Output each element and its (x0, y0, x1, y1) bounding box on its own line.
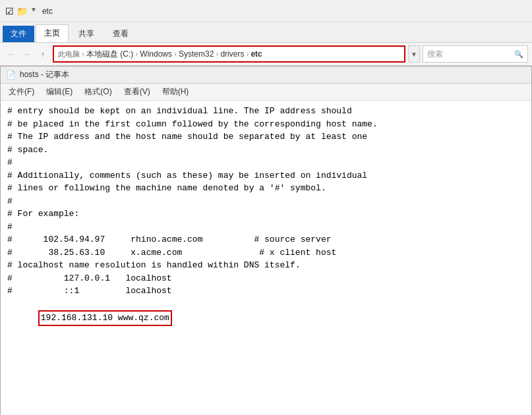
tab-home[interactable]: 主页 (36, 24, 69, 42)
path-segment-5: etc (251, 49, 262, 59)
line-7: # lines or following the machine name de… (7, 182, 525, 195)
line-9: # For example: (7, 208, 525, 221)
path-segment-4: drivers (220, 49, 244, 59)
highlighted-line-text: 192.168.131.10 www.qz.com (38, 310, 172, 326)
notepad-title-bar: 📄 hosts - 记事本 (1, 67, 531, 84)
separator-4: › (216, 49, 218, 59)
line-2: # be placed in the first column followed… (7, 118, 525, 131)
address-chevron[interactable]: ▼ (408, 45, 420, 63)
tab-share[interactable]: 共享 (70, 25, 103, 42)
menu-help[interactable]: 帮助(H) (157, 85, 194, 99)
line-1: # entry should be kept on an individual … (7, 105, 525, 118)
path-segment-1: 本地磁盘 (C:) (86, 49, 133, 60)
line-12: # 38.25.63.10 x.acme.com # x client host (7, 246, 525, 260)
path-segment-3: System32 (179, 49, 214, 59)
notepad-window: 📄 hosts - 记事本 文件(F) 编辑(E) 格式(O) 查看(V) 帮助… (0, 66, 532, 415)
line-10: # (7, 221, 525, 234)
title-bar: ☑ 📁 ▼ etc (0, 0, 532, 22)
menu-edit[interactable]: 编辑(E) (41, 85, 78, 99)
line-15: # 127.0.0.1 localhost (7, 272, 525, 285)
menu-format[interactable]: 格式(O) (79, 85, 117, 99)
folder-icon: 📁 (16, 6, 28, 16)
path-segment-0: 此电脑 (58, 49, 80, 59)
nav-buttons: ← → ↑ (4, 47, 50, 61)
menu-view[interactable]: 查看(V) (119, 85, 156, 99)
search-placeholder: 搜索 (427, 49, 443, 60)
address-bar-container: ← → ↑ 此电脑 › 本地磁盘 (C:) › Windows › System… (0, 43, 532, 66)
line-5: # (7, 156, 525, 169)
address-box[interactable]: 此电脑 › 本地磁盘 (C:) › Windows › System32 › d… (53, 45, 405, 63)
checkbox-icon: ☑ (5, 6, 14, 16)
separator-3: › (174, 49, 177, 59)
search-icon: 🔍 (514, 50, 523, 59)
title-bar-icons: ☑ 📁 ▼ (5, 6, 37, 16)
line-16: # ::1 localhost (7, 285, 525, 298)
line-8: # (7, 195, 525, 208)
dropdown-icon: ▼ (30, 6, 37, 16)
ribbon: 文件 主页 共享 查看 (0, 22, 532, 43)
separator-2: › (135, 49, 138, 59)
search-box[interactable]: 搜索 🔍 (423, 45, 528, 63)
line-3: # The IP address and the host name shoul… (7, 130, 525, 144)
highlighted-line: 192.168.131.10 www.qz.com (7, 298, 525, 339)
menu-file[interactable]: 文件(F) (3, 85, 40, 99)
back-button[interactable]: ← (4, 47, 18, 61)
ribbon-tabs: 文件 主页 共享 查看 (0, 22, 532, 42)
line-11: # 102.54.94.97 rhino.acme.com # source s… (7, 233, 525, 246)
tab-file[interactable]: 文件 (3, 26, 34, 42)
path-segment-2: Windows (140, 49, 172, 59)
forward-button[interactable]: → (20, 47, 34, 61)
notepad-icon: 📄 (6, 70, 16, 80)
tab-view[interactable]: 查看 (104, 25, 137, 42)
separator-5: › (246, 49, 249, 59)
window-title: etc (42, 7, 53, 16)
separator-1: › (82, 49, 84, 59)
line-4: # space. (7, 144, 525, 157)
notepad-title-text: hosts - 记事本 (20, 69, 69, 80)
notepad-content[interactable]: # entry should be kept on an individual … (1, 101, 531, 415)
up-button[interactable]: ↑ (36, 47, 50, 61)
line-6: # Additionally, comments (such as these)… (7, 169, 525, 182)
line-14: # localhost name resolution is handled w… (7, 259, 525, 272)
notepad-menu: 文件(F) 编辑(E) 格式(O) 查看(V) 帮助(H) (1, 84, 531, 101)
